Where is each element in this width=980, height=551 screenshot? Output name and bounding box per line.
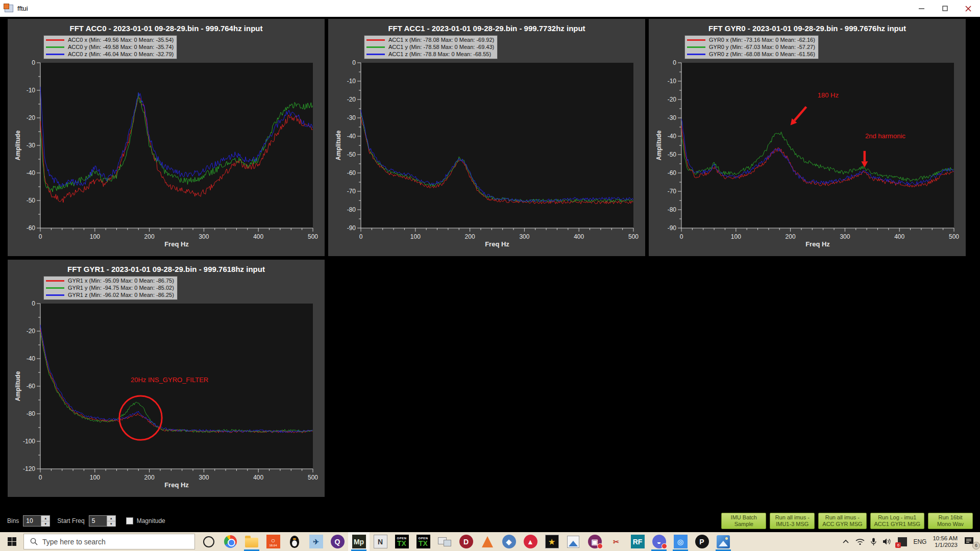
magnitude-checkbox[interactable] <box>126 517 133 524</box>
clock-date: 1/1/2023 <box>933 542 958 548</box>
microphone-icon[interactable] <box>871 538 876 546</box>
opentx-icon[interactable]: OPENTX <box>391 532 412 551</box>
linux-tux-icon[interactable] <box>284 532 305 551</box>
svg-text:-10: -10 <box>347 78 356 85</box>
bins-spinner[interactable]: 10 ▲▼ <box>23 515 50 527</box>
notepad-editor-icon[interactable]: N <box>370 532 391 551</box>
imu-batch-sample-button[interactable]: IMU BatchSample <box>721 513 766 529</box>
legend-label: GYR1 z (Min: -96.02 Max: 0 Mean: -86.25) <box>68 292 174 298</box>
image-editor-icon[interactable] <box>562 532 584 551</box>
svg-text:-50: -50 <box>668 151 677 158</box>
start-freq-value[interactable]: 5 <box>89 515 107 527</box>
wifi-icon[interactable] <box>855 538 865 545</box>
start-freq-label: Start Freq <box>57 517 84 524</box>
chrome-icon[interactable] <box>219 532 241 551</box>
spin-down-icon[interactable]: ▼ <box>41 521 50 527</box>
display-extend-glyph <box>438 537 451 546</box>
notification-center-icon[interactable]: 6 <box>964 536 977 547</box>
legend-label: GYR0 y (Min: -67.03 Max: 0 Mean: -57.27) <box>709 44 815 50</box>
legend-label: GYR0 z (Min: -68.08 Max: 0 Mean: -61.56) <box>709 51 815 57</box>
qgroundcontrol-icon[interactable]: Q <box>327 532 348 551</box>
tray-app-icon[interactable]: 6 <box>898 537 907 546</box>
search-icon <box>30 538 38 545</box>
blue-app-glyph: ◎ <box>674 535 688 548</box>
window-titlebar: fftui <box>0 0 980 17</box>
legend-line-swatch <box>687 39 705 41</box>
file-explorer-icon[interactable] <box>241 532 262 551</box>
legend-label: ACC1 x (Min: -78.08 Max: 0 Mean: -69.92) <box>388 37 494 43</box>
legend-label: ACC0 x (Min: -49.56 Max: 0 Mean: -35.54) <box>68 37 174 43</box>
chart-legend-gyr0: GYR0 x (Min: -73.16 Max: 0 Mean: -62.16)… <box>684 35 819 59</box>
ubuntu-icon[interactable]: ○18.04 <box>262 532 284 551</box>
run-16bit-mono-wav-button[interactable]: Run 16bitMono Wav <box>928 513 973 529</box>
chart-legend-acc0: ACC0 x (Min: -49.56 Max: 0 Mean: -35.54)… <box>43 35 177 59</box>
svg-text:-60: -60 <box>27 383 36 390</box>
vlc-icon[interactable] <box>477 532 498 551</box>
chevron-up-icon[interactable] <box>842 539 849 544</box>
svg-text:-60: -60 <box>668 169 677 177</box>
realflight-icon[interactable]: RF <box>627 532 648 551</box>
run-all-imus-imu13-button[interactable]: Run all imus -IMU1-3 MSG <box>770 513 815 529</box>
legend-line-swatch <box>687 54 705 55</box>
svg-text:-80: -80 <box>668 206 677 213</box>
svg-text:-60: -60 <box>27 224 36 232</box>
taskbar-clock[interactable]: 10:56 AM 1/1/2023 <box>933 535 958 548</box>
media-player-icon[interactable]: ★ <box>541 532 562 551</box>
close-button[interactable] <box>957 0 980 17</box>
start-freq-spinner[interactable]: 5 ▲▼ <box>89 515 116 527</box>
speaker-icon[interactable] <box>883 538 892 545</box>
maximize-button[interactable] <box>933 0 957 17</box>
spin-up-icon[interactable]: ▲ <box>107 516 115 521</box>
run-all-imus-accgyr-button[interactable]: Run all imus -ACC GYR MSG <box>818 513 866 529</box>
run-log-imu1-button[interactable]: Run Log - imu1ACC1 GYR1 MSG <box>870 513 924 529</box>
fft-panel-gyr1: 0-20-40-60-80-100-120010020030040050020H… <box>8 260 325 497</box>
svg-text:-120: -120 <box>23 465 35 472</box>
taskbar-icon-strip: ○18.04✈QMpNOPENTXOPENTXD◆▲★▣✂RF◒◎P <box>198 532 734 551</box>
rocket-app-icon[interactable]: ▲ <box>520 532 541 551</box>
start-freq-spinner-arrows[interactable]: ▲▼ <box>107 515 116 527</box>
svg-text:-70: -70 <box>668 188 677 195</box>
legend-line-swatch <box>366 54 385 55</box>
etcher-icon[interactable]: ◆ <box>498 532 520 551</box>
annotation-text: 180 Hz <box>818 91 839 99</box>
minimize-button[interactable] <box>910 0 933 17</box>
fft-panel-acc1: 0-10-20-30-40-50-60-70-80-90010020030040… <box>328 19 645 256</box>
mavproxy-icon[interactable]: ✈ <box>305 532 327 551</box>
cortana-icon[interactable] <box>198 532 219 551</box>
screen-recorder-icon[interactable]: ▣ <box>584 532 605 551</box>
svg-text:-50: -50 <box>347 151 356 158</box>
windows-logo-icon <box>8 537 16 546</box>
app-icon <box>5 5 13 12</box>
svg-text:-20: -20 <box>668 96 677 103</box>
badge-dot <box>597 543 603 549</box>
bins-spinner-arrows[interactable]: ▲▼ <box>41 515 50 527</box>
legend-line-swatch <box>366 46 385 48</box>
opentx-companion-glyph: OPENTX <box>416 535 430 548</box>
taskbar-search-input[interactable]: Type here to search <box>23 534 195 549</box>
svg-text:500: 500 <box>628 233 639 240</box>
mission-planner-icon[interactable]: Mp <box>348 532 370 551</box>
badge-dot <box>662 543 667 549</box>
blue-app-icon[interactable]: ◎ <box>670 532 691 551</box>
media-player-glyph: ★ <box>545 535 559 548</box>
display-extend-icon[interactable] <box>434 532 455 551</box>
discord-icon[interactable]: ◒ <box>648 532 670 551</box>
svg-text:100: 100 <box>90 233 100 240</box>
opentx-companion-icon[interactable]: OPENTX <box>412 532 434 551</box>
spin-up-icon[interactable]: ▲ <box>41 516 50 521</box>
svg-text:0: 0 <box>673 59 676 66</box>
bins-value[interactable]: 10 <box>23 515 41 527</box>
legend-line-swatch <box>46 280 64 282</box>
svg-text:-10: -10 <box>668 78 677 85</box>
parrot-icon[interactable]: P <box>691 532 713 551</box>
annotation-text: 20Hz INS_GYRO_FILTER <box>131 376 208 384</box>
start-button[interactable] <box>0 532 23 551</box>
snipping-tool-icon[interactable]: ✂ <box>605 532 627 551</box>
y-axis-label: Amplitude <box>14 371 21 402</box>
svg-text:-20: -20 <box>27 328 36 335</box>
x-axis-label: Freq Hz <box>164 481 189 489</box>
spin-down-icon[interactable]: ▼ <box>107 521 115 527</box>
daemon-tools-icon[interactable]: D <box>455 532 477 551</box>
photos-icon[interactable] <box>713 532 734 551</box>
language-indicator[interactable]: ENG <box>913 538 926 545</box>
